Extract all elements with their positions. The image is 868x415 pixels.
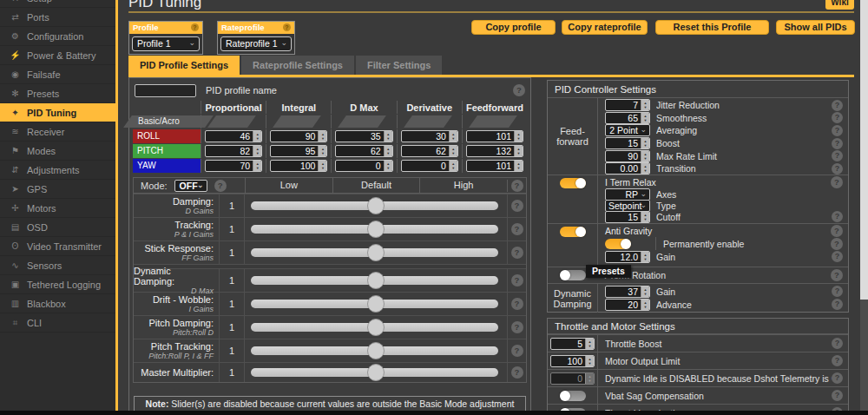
- dynamic-damping-slider[interactable]: [245, 269, 507, 292]
- roll-p-input[interactable]: 46: [205, 130, 262, 142]
- tab-rateprofile-settings[interactable]: Rateprofile Settings: [241, 56, 354, 75]
- help-icon[interactable]: [511, 223, 523, 235]
- help-icon[interactable]: [832, 112, 843, 123]
- slider-knob[interactable]: [367, 244, 385, 261]
- iterm-rotation-toggle[interactable]: [560, 270, 586, 280]
- help-icon[interactable]: [511, 321, 523, 333]
- help-icon[interactable]: [511, 298, 523, 310]
- yaw-ff-input[interactable]: 101: [466, 160, 523, 172]
- averaging-select[interactable]: 2 Point: [605, 124, 650, 136]
- yaw-p-input[interactable]: 70: [205, 160, 262, 172]
- help-icon[interactable]: [511, 200, 523, 212]
- anti-gravity-toggle[interactable]: [560, 227, 586, 237]
- sidebar-item-gps[interactable]: ➤GPS: [0, 180, 115, 199]
- sidebar-item-tethered-logging[interactable]: ▣Tethered Logging: [0, 275, 115, 294]
- spinner[interactable]: [641, 212, 649, 222]
- help-icon[interactable]: [511, 345, 523, 357]
- roll-i-input[interactable]: 90: [270, 130, 327, 142]
- spinner[interactable]: [641, 252, 649, 262]
- spinner[interactable]: [585, 339, 594, 349]
- roll-d-input[interactable]: 30: [401, 130, 458, 142]
- slider-knob[interactable]: [367, 364, 385, 381]
- sidebar-item-sensors[interactable]: ∿Sensors: [0, 256, 115, 275]
- help-icon[interactable]: ?: [283, 23, 291, 31]
- help-icon[interactable]: [831, 225, 843, 237]
- iterm-relax-type-select[interactable]: Setpoint: [605, 200, 650, 212]
- rateprofile-select[interactable]: Rateprofile 1: [220, 36, 292, 51]
- boost-input[interactable]: 15: [605, 137, 650, 149]
- spinner[interactable]: [514, 161, 523, 171]
- help-icon[interactable]: [832, 125, 843, 136]
- slider-knob[interactable]: [367, 342, 385, 359]
- help-icon[interactable]: [832, 355, 843, 366]
- help-icon[interactable]: [511, 180, 523, 192]
- profile-select[interactable]: Profile 1: [132, 36, 200, 51]
- pitch-i-input[interactable]: 95: [270, 145, 327, 157]
- spinner[interactable]: [641, 138, 649, 148]
- help-icon[interactable]: [831, 238, 843, 250]
- damping-slider[interactable]: [245, 194, 507, 217]
- sidebar-item-adjustments[interactable]: ⇵Adjustments: [0, 161, 115, 180]
- help-icon[interactable]: [832, 372, 843, 384]
- spinner[interactable]: [318, 161, 326, 171]
- motor-output-limit-input[interactable]: 100: [550, 355, 595, 367]
- show-all-pids-button[interactable]: Show all PIDs: [776, 20, 855, 35]
- slider-knob[interactable]: [367, 272, 385, 289]
- sidebar-item-configuration[interactable]: ⚙Configuration: [0, 27, 115, 46]
- smoothness-input[interactable]: 65: [605, 112, 650, 124]
- sidebar-item-pid-tuning[interactable]: ⌖PID Tuning: [0, 103, 115, 122]
- spinner[interactable]: [641, 151, 649, 161]
- help-icon[interactable]: [832, 286, 843, 297]
- yaw-d-input[interactable]: 0: [401, 160, 458, 172]
- roll-ff-input[interactable]: 101: [466, 130, 523, 142]
- wiki-button[interactable]: Wiki: [825, 0, 854, 10]
- copy-profile-button[interactable]: Copy profile: [471, 20, 556, 35]
- slider-knob[interactable]: [367, 221, 385, 238]
- sidebar-item-failsafe[interactable]: ◉Failsafe: [0, 65, 115, 84]
- spinner[interactable]: [318, 146, 326, 156]
- drift-wobble-slider[interactable]: [245, 293, 507, 315]
- master-multiplier-slider[interactable]: [245, 363, 507, 382]
- transition-input[interactable]: 0.00: [605, 162, 650, 175]
- pitch-tracking-slider[interactable]: [245, 339, 507, 362]
- sidebar-item-power-battery[interactable]: ⚡Power & Battery: [0, 46, 115, 65]
- spinner[interactable]: [253, 146, 261, 156]
- throttle-boost-input[interactable]: 5: [550, 338, 595, 350]
- vbat-sag-toggle[interactable]: [560, 391, 586, 401]
- tab-pid-profile-settings[interactable]: PID Profile Settings: [128, 56, 240, 75]
- pitch-p-input[interactable]: 82: [205, 145, 262, 157]
- sidebar-item-modes[interactable]: ⚑Modes: [0, 142, 115, 161]
- sidebar-item-osd[interactable]: ▤OSD: [0, 218, 115, 237]
- spinner[interactable]: [253, 161, 261, 171]
- spinner[interactable]: [641, 113, 649, 123]
- sidebar-item-blackbox[interactable]: ▥Blackbox: [0, 294, 115, 313]
- pitch-dmax-input[interactable]: 62: [335, 145, 392, 157]
- spinner[interactable]: [514, 131, 523, 142]
- help-icon[interactable]: [832, 100, 843, 111]
- help-icon[interactable]: [511, 274, 523, 287]
- spinner[interactable]: [514, 146, 523, 156]
- sidebar-item-ports[interactable]: ⇄Ports: [0, 8, 115, 27]
- spinner[interactable]: [641, 100, 649, 110]
- max-rate-limit-input[interactable]: 90: [605, 150, 650, 162]
- help-icon[interactable]: ?: [191, 23, 199, 31]
- iterm-relax-cutoff-input[interactable]: 15: [605, 211, 650, 223]
- tab-filter-settings[interactable]: Filter Settings: [356, 56, 442, 75]
- help-icon[interactable]: [511, 247, 523, 259]
- pitch-ff-input[interactable]: 132: [466, 145, 523, 157]
- spinner[interactable]: [253, 131, 261, 142]
- dynamic-damping-advance-input[interactable]: 20: [605, 299, 650, 311]
- reset-profile-button[interactable]: Reset this Profile: [655, 20, 769, 35]
- yaw-i-input[interactable]: 100: [270, 160, 327, 172]
- help-icon[interactable]: [832, 150, 843, 161]
- spinner[interactable]: [641, 163, 649, 174]
- sidebar-item-video-transmitter[interactable]: ʘVideo Transmitter: [0, 237, 115, 256]
- help-icon[interactable]: [832, 299, 843, 310]
- sidebar-item-receiver[interactable]: ≋Receiver: [0, 122, 115, 142]
- spinner[interactable]: [384, 146, 392, 156]
- help-icon[interactable]: [214, 180, 227, 192]
- anti-gravity-gain-input[interactable]: 12.0: [605, 251, 650, 263]
- spinner[interactable]: [384, 161, 392, 171]
- copy-rateprofile-button[interactable]: Copy rateprofile: [562, 20, 648, 35]
- yaw-dmax-input[interactable]: 0: [335, 160, 392, 172]
